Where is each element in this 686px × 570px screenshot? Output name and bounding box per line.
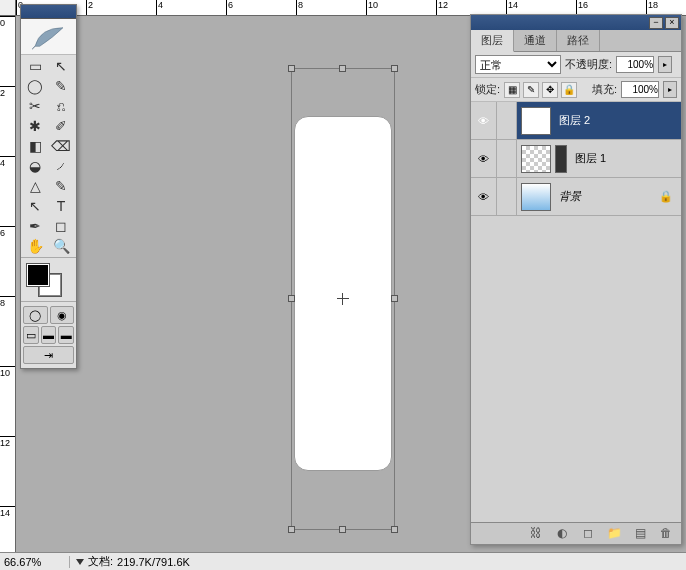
dropdown-icon (76, 559, 84, 565)
ruler-tick: 6 (0, 226, 15, 238)
transform-bounding-box[interactable] (291, 68, 395, 530)
tool-button-5[interactable]: ⎌ (48, 96, 74, 116)
toolbox-panel: ▭↖◯✎✂⎌✱✐◧⌫◒⟋△✎↖T✒◻✋🔍 ◯◉ ▭▬▬ ⇥ (20, 4, 77, 369)
transform-handle-s[interactable] (339, 526, 346, 533)
tool-button-3[interactable]: ✎ (48, 76, 74, 96)
ruler-tick: 2 (0, 86, 15, 98)
layers-panel: − × 图层 通道 路径 正常 不透明度: ▸ 锁定: ▦ ✎ ✥ 🔒 填充: … (470, 14, 682, 545)
quickmask-button[interactable]: ◉ (50, 306, 75, 324)
tool-button-2[interactable]: ◯ (22, 76, 48, 96)
tab-paths[interactable]: 路径 (557, 30, 600, 51)
visibility-toggle-icon[interactable]: 👁 (471, 102, 497, 139)
tool-button-14[interactable]: ↖ (22, 196, 48, 216)
tool-button-13[interactable]: ✎ (48, 176, 74, 196)
visibility-toggle-icon[interactable]: 👁 (471, 178, 497, 215)
layer-name[interactable]: 图层 1 (575, 151, 606, 166)
ruler-tick: 0 (0, 16, 15, 28)
layer-thumbnail[interactable] (521, 107, 551, 135)
link-column[interactable] (497, 140, 517, 177)
tab-channels[interactable]: 通道 (514, 30, 557, 51)
opacity-label: 不透明度: (565, 57, 612, 72)
tab-layers[interactable]: 图层 (471, 30, 514, 52)
transform-handle-se[interactable] (391, 526, 398, 533)
ruler-tick: 8 (0, 296, 15, 308)
ruler-tick: 10 (0, 366, 15, 378)
blend-mode-select[interactable]: 正常 (475, 55, 561, 74)
transform-handle-w[interactable] (288, 295, 295, 302)
vertical-ruler[interactable]: 0246810121416 (0, 16, 16, 552)
blend-opacity-row: 正常 不透明度: ▸ (471, 52, 681, 78)
tool-button-4[interactable]: ✂ (22, 96, 48, 116)
transform-handle-n[interactable] (339, 65, 346, 72)
tool-button-7[interactable]: ✐ (48, 116, 74, 136)
screenmode-2-button[interactable]: ▬ (41, 326, 57, 344)
new-layer-icon[interactable]: ▤ (631, 526, 649, 542)
tool-button-15[interactable]: T (48, 196, 74, 216)
layer-thumbnail[interactable] (521, 145, 551, 173)
color-swatch-area (21, 257, 76, 301)
ruler-tick: 10 (366, 0, 378, 15)
ruler-origin[interactable] (0, 0, 16, 16)
link-layers-icon[interactable]: ⛓ (527, 526, 545, 542)
transform-center-icon[interactable] (337, 293, 349, 305)
layer-thumbnail[interactable] (521, 183, 551, 211)
opacity-slider-button[interactable]: ▸ (658, 56, 672, 73)
layer-mask-thumbnail[interactable] (555, 145, 567, 173)
minimize-icon[interactable]: − (649, 17, 663, 29)
app-logo (21, 19, 76, 55)
transform-handle-ne[interactable] (391, 65, 398, 72)
tool-button-19[interactable]: 🔍 (48, 236, 74, 256)
document-info[interactable]: 文档: 219.7K/791.6K (70, 554, 196, 569)
link-column[interactable] (497, 102, 517, 139)
ruler-tick: 14 (0, 506, 15, 518)
tool-button-6[interactable]: ✱ (22, 116, 48, 136)
tool-button-8[interactable]: ◧ (22, 136, 48, 156)
screenmode-3-button[interactable]: ▬ (58, 326, 74, 344)
layer-style-icon[interactable]: ◐ (553, 526, 571, 542)
quickmask-standard-button[interactable]: ◯ (23, 306, 48, 324)
panel-titlebar[interactable]: − × (471, 15, 681, 30)
transform-handle-nw[interactable] (288, 65, 295, 72)
toolbox-titlebar[interactable] (21, 5, 76, 19)
lock-pixels-icon[interactable]: ✎ (523, 82, 539, 98)
screenmode-1-button[interactable]: ▭ (23, 326, 39, 344)
ruler-tick: 6 (226, 0, 233, 15)
panel-tabs: 图层 通道 路径 (471, 30, 681, 52)
zoom-level[interactable]: 66.67% (0, 556, 70, 568)
jump-to-button[interactable]: ⇥ (23, 346, 74, 364)
tool-button-18[interactable]: ✋ (22, 236, 48, 256)
fill-slider-button[interactable]: ▸ (663, 81, 677, 98)
tool-button-1[interactable]: ↖ (48, 56, 74, 76)
link-column[interactable] (497, 178, 517, 215)
layer-mask-icon[interactable]: ◻ (579, 526, 597, 542)
lock-fill-row: 锁定: ▦ ✎ ✥ 🔒 填充: ▸ (471, 78, 681, 102)
foreground-color-swatch[interactable] (27, 264, 49, 286)
status-bar: 66.67% 文档: 219.7K/791.6K (0, 552, 686, 570)
new-group-icon[interactable]: 📁 (605, 526, 623, 542)
transform-handle-e[interactable] (391, 295, 398, 302)
delete-layer-icon[interactable]: 🗑 (657, 526, 675, 542)
lock-all-icon[interactable]: 🔒 (561, 82, 577, 98)
feather-icon (30, 23, 68, 51)
close-icon[interactable]: × (665, 17, 679, 29)
tool-button-16[interactable]: ✒ (22, 216, 48, 236)
layer-name[interactable]: 背景 (559, 189, 581, 204)
visibility-toggle-icon[interactable]: 👁 (471, 140, 497, 177)
transform-handle-sw[interactable] (288, 526, 295, 533)
layer-name[interactable]: 图层 2 (559, 113, 590, 128)
tool-button-9[interactable]: ⌫ (48, 136, 74, 156)
tool-button-12[interactable]: △ (22, 176, 48, 196)
tool-button-10[interactable]: ◒ (22, 156, 48, 176)
tool-button-11[interactable]: ⟋ (48, 156, 74, 176)
tool-button-0[interactable]: ▭ (22, 56, 48, 76)
fill-input[interactable] (621, 81, 659, 98)
tool-button-17[interactable]: ◻ (48, 216, 74, 236)
ruler-tick: 12 (0, 436, 15, 448)
layer-row-1[interactable]: 👁图层 1 (471, 140, 681, 178)
ruler-tick: 14 (506, 0, 518, 15)
lock-transparency-icon[interactable]: ▦ (504, 82, 520, 98)
opacity-input[interactable] (616, 56, 654, 73)
layer-row-2[interactable]: 👁背景🔒 (471, 178, 681, 216)
layer-row-0[interactable]: 👁图层 2 (471, 102, 681, 140)
lock-position-icon[interactable]: ✥ (542, 82, 558, 98)
